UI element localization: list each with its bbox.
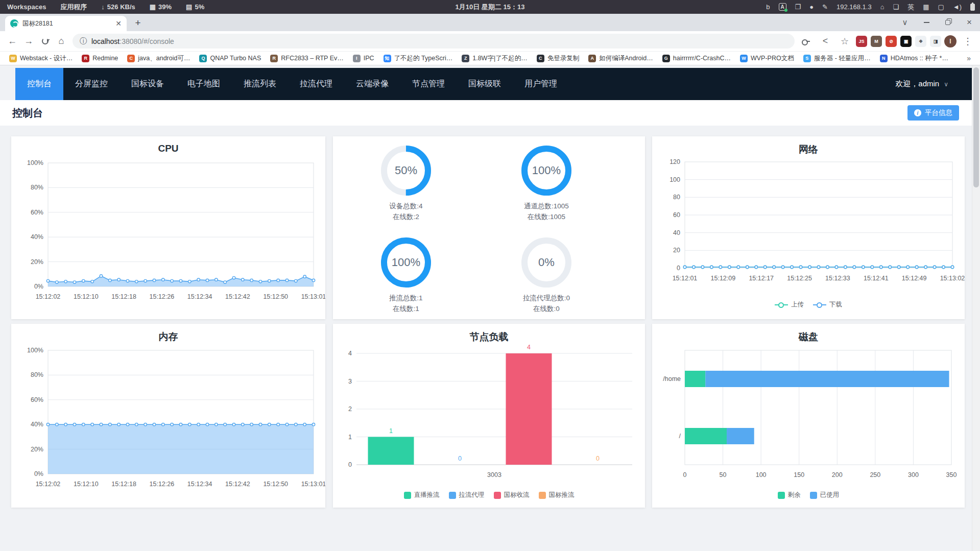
svg-text:15:12:02: 15:12:02 (36, 481, 61, 488)
page-viewport: 控制台分屏监控国标设备电子地图推流列表拉流代理云端录像节点管理国标级联用户管理欢… (0, 65, 980, 551)
app-navbar: 控制台分屏监控国标设备电子地图推流列表拉流代理云端录像节点管理国标级联用户管理欢… (15, 68, 972, 100)
bookmark-label: HDAtmos :: 种子 *… (891, 54, 948, 63)
bookmark-star-icon[interactable]: ☆ (836, 33, 853, 50)
input-method-icon[interactable]: A (779, 3, 786, 11)
bing-icon[interactable]: b (766, 3, 770, 11)
page-scrollbar[interactable] (972, 65, 980, 551)
svg-text:20: 20 (673, 247, 680, 254)
bookmark-item[interactable]: Z1.8W字|了不起的… (458, 53, 531, 64)
gauge-ring: 50% (378, 142, 434, 199)
bookmark-item[interactable]: IIPC (349, 54, 378, 63)
nav-item-5[interactable]: 推流列表 (232, 68, 288, 100)
puzzle-extensions-icon[interactable]: ❖ (915, 36, 926, 47)
bookmarks-overflow-icon[interactable]: » (963, 54, 975, 62)
nav-item-8[interactable]: 节点管理 (400, 68, 457, 100)
legend-item[interactable]: 国标推流 (539, 491, 575, 499)
tab-search-icon[interactable]: ∨ (894, 14, 916, 31)
home-icon[interactable]: ⌂ (53, 33, 69, 50)
screen-icon[interactable]: ▢ (938, 3, 944, 11)
nav-item-6[interactable]: 拉流代理 (288, 68, 344, 100)
legend-swatch (449, 492, 456, 499)
ip-address[interactable]: 192.168.1.3 (836, 3, 872, 11)
bookmark-item[interactable]: QQNAP Turbo NAS (195, 54, 265, 63)
tab-close-icon[interactable]: ✕ (115, 19, 122, 28)
windows-icon[interactable]: ❏ (893, 3, 899, 11)
platform-info-button[interactable]: i 平台信息 (907, 105, 959, 121)
svg-text:15:12:18: 15:12:18 (111, 481, 136, 488)
nav-item-3[interactable]: 国标设备 (119, 68, 176, 100)
blocker-extension-icon[interactable]: ⊘ (886, 36, 897, 47)
gauge-total-label: 拉流代理总数:0 (490, 293, 603, 303)
svg-text:15:12:41: 15:12:41 (864, 275, 889, 282)
home-icon[interactable]: ⌂ (880, 3, 885, 11)
share-icon[interactable]: < (817, 33, 833, 50)
language-indicator[interactable]: 英 (907, 3, 914, 12)
screenshot-pen-icon[interactable]: ✎ (822, 3, 828, 11)
app-circle-icon[interactable]: ● (809, 3, 814, 11)
bookmark-item[interactable]: Ghairrrrrr/C-CrashC… (658, 54, 735, 63)
legend-label: 国标推流 (549, 491, 575, 499)
nav-item-1[interactable]: 控制台 (15, 68, 63, 100)
close-button[interactable]: × (959, 14, 980, 31)
bookmark-item[interactable]: C免登录复制 (533, 53, 584, 64)
nav-item-2[interactable]: 分屏监控 (63, 68, 119, 100)
bookmark-item[interactable]: S服务器 - 轻量应用… (799, 53, 875, 64)
network-legend: 上传下载 (652, 300, 965, 309)
legend-item[interactable]: 下载 (813, 300, 842, 309)
address-bar[interactable]: ⓘ localhost:38080/#/console (73, 34, 795, 49)
bookmark-favicon: R (270, 55, 278, 62)
svg-text:15:12:01: 15:12:01 (673, 275, 698, 282)
password-key-icon[interactable] (798, 33, 814, 50)
svg-text:200: 200 (832, 471, 843, 478)
back-icon[interactable]: ← (4, 33, 20, 50)
legend-item[interactable]: 国标收流 (494, 491, 530, 499)
bookmark-item[interactable]: RRedmine (78, 54, 122, 63)
legend-item[interactable]: 上传 (775, 300, 804, 309)
nav-item-7[interactable]: 云端录像 (344, 68, 400, 100)
js-extension-icon[interactable]: JS (856, 36, 867, 47)
legend-label: 国标收流 (504, 491, 530, 499)
svg-text:1: 1 (348, 434, 352, 441)
bookmark-item[interactable]: RRFC2833 – RTP Ev… (266, 54, 348, 63)
legend-item[interactable]: 已使用 (810, 491, 840, 499)
profile-avatar[interactable]: I (944, 35, 957, 47)
new-tab-button[interactable]: + (131, 16, 145, 31)
bookmark-item[interactable]: NHDAtmos :: 种子 *… (876, 53, 952, 64)
volume-icon[interactable]: ◄) (953, 3, 962, 11)
chevron-down-icon: ∨ (944, 81, 948, 88)
browser-tab[interactable]: 国标28181 ✕ (5, 16, 127, 31)
svg-text:15:13:02: 15:13:02 (940, 275, 965, 282)
incognito-extension-icon[interactable]: M (871, 36, 882, 47)
reload-icon[interactable] (37, 33, 53, 50)
bookmark-item[interactable]: WWebstack - 设计… (5, 53, 77, 64)
scrollbar-thumb[interactable] (973, 67, 979, 187)
grid-icon[interactable]: ▦ (923, 3, 929, 11)
sidebar-extension-icon[interactable]: ◨ (930, 36, 941, 47)
nav-item-4[interactable]: 电子地图 (176, 68, 232, 100)
nav-item-9[interactable]: 国标级联 (457, 68, 513, 100)
clipboard-icon[interactable]: ❐ (795, 3, 801, 11)
browser-menu-icon[interactable]: ⋮ (960, 33, 976, 50)
system-tray: bA❐●✎192.168.1.3⌂❏英▦▢◄) (766, 3, 980, 12)
page-info-icon[interactable]: ⓘ (80, 37, 87, 46)
svg-text:100%: 100% (392, 256, 420, 269)
minimize-button[interactable] (916, 14, 937, 31)
svg-text:0: 0 (683, 471, 687, 478)
bookmark-item[interactable]: A如何编译Android… (584, 53, 657, 64)
legend-item[interactable]: 拉流代理 (449, 491, 485, 499)
restore-button[interactable] (937, 14, 959, 31)
bookmark-item[interactable]: Cjava、android可… (123, 53, 194, 64)
legend-item[interactable]: 直播推流 (404, 491, 440, 499)
svg-text:120: 120 (670, 158, 680, 165)
legend-item[interactable]: 剩余 (778, 491, 801, 499)
battery-icon[interactable] (970, 4, 975, 11)
user-menu[interactable]: 欢迎，admin∨ (895, 68, 948, 100)
svg-text:2: 2 (348, 405, 352, 413)
svg-text:80%: 80% (31, 371, 43, 378)
svg-text:300: 300 (908, 471, 919, 478)
reader-extension-icon[interactable]: ▣ (900, 36, 912, 47)
nav-item-10[interactable]: 用户管理 (513, 68, 569, 100)
forward-icon[interactable]: → (20, 33, 37, 50)
bookmark-item[interactable]: WWVP-PRO文档 (736, 53, 798, 64)
bookmark-item[interactable]: 知了不起的 TypeScri… (379, 53, 457, 64)
